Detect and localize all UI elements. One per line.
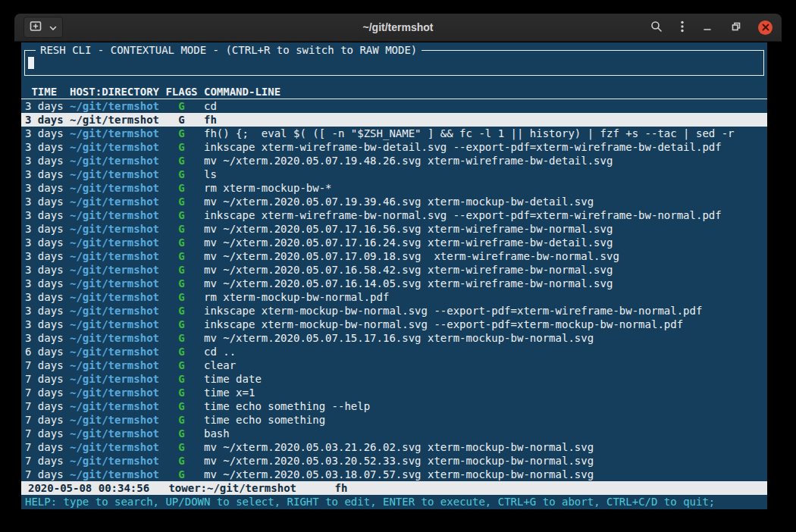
row-host-directory: ~/git/termshot [70,236,165,249]
terminal-content[interactable]: RESH CLI - CONTEXTUAL MODE - (CTRL+R to … [21,42,767,509]
kebab-menu-icon [681,20,684,35]
row-command: rm xterm-mockup-bw-* [204,181,767,195]
history-row: 3 days ~/git/termshot G mv ~/xterm.2020.… [21,222,767,236]
row-flags: G [165,195,204,208]
row-host-directory: ~/git/termshot [70,427,165,440]
row-host-directory: ~/git/termshot [70,304,165,318]
row-command: mv ~/xterm.2020.05.07.19.48.26.svg xterm… [204,154,767,167]
row-host-directory: ~/git/termshot [70,140,165,154]
row-time: 6 days [25,345,70,358]
history-row: 7 days ~/git/termshot G time echo someth… [21,399,767,413]
menu-button[interactable] [679,19,685,36]
row-command: mv ~/xterm.2020.05.07.17.16.56.svg xterm… [204,222,767,236]
row-time: 3 days [25,290,70,304]
row-host-directory: ~/git/termshot [70,113,165,127]
history-row: 3 days ~/git/termshot G fh [21,113,767,127]
row-command: bash [204,427,767,440]
header-flags: FLAGS [165,85,204,99]
row-flags: G [165,154,204,167]
row-command: inkscape xterm-mockup-bw-normal.svg --ex… [204,304,767,318]
row-flags: G [165,140,204,154]
row-time: 3 days [25,236,70,249]
status-timestamp: 2020-05-08 00:34:56 [28,481,168,495]
history-row: 3 days ~/git/termshot G mv ~/xterm.2020.… [21,249,767,263]
row-host-directory: ~/git/termshot [70,440,165,454]
history-row: 3 days ~/git/termshot G rm xterm-mockup-… [21,181,767,195]
restore-button[interactable] [729,20,743,36]
row-time: 3 days [25,277,70,290]
row-flags: G [165,358,204,372]
row-time: 3 days [25,208,70,222]
history-row: 3 days ~/git/termshot G mv ~/xterm.2020.… [21,154,767,167]
new-tab-button[interactable] [24,17,63,38]
row-flags: G [165,454,204,468]
row-time: 7 days [25,427,70,440]
row-flags: G [165,127,204,140]
row-host-directory: ~/git/termshot [70,127,165,140]
history-row: 7 days ~/git/termshot G time date [21,372,767,386]
row-command: time echo something --help [204,399,767,413]
history-row: 3 days ~/git/termshot G mv ~/xterm.2020.… [21,331,767,345]
row-time: 7 days [25,454,70,468]
row-flags: G [165,249,204,263]
row-time: 7 days [25,440,70,454]
row-time: 3 days [25,167,70,181]
help-line: HELP: type to search, UP/DOWN to select,… [21,495,767,509]
row-flags: G [165,318,204,331]
row-time: 3 days [25,222,70,236]
row-command: time x=1 [204,386,767,399]
history-row: 3 days ~/git/termshot G mv ~/xterm.2020.… [21,195,767,208]
row-host-directory: ~/git/termshot [70,195,165,208]
row-flags: G [165,345,204,358]
row-host-directory: ~/git/termshot [70,277,165,290]
row-flags: G [165,277,204,290]
close-button[interactable] [758,20,772,35]
row-command: mv ~/xterm.2020.05.07.19.39.46.svg xterm… [204,195,767,208]
row-time: 3 days [25,249,70,263]
history-row: 3 days ~/git/termshot G inkscape xterm-w… [21,140,767,154]
row-host-directory: ~/git/termshot [70,208,165,222]
row-command: ls [204,167,767,181]
history-row: 3 days ~/git/termshot G rm xterm-mockup-… [21,290,767,304]
search-button[interactable] [649,19,664,36]
row-host-directory: ~/git/termshot [70,372,165,386]
row-flags: G [165,399,204,413]
row-command: fh() {; eval $( ([ -n "$ZSH_NAME" ] && f… [204,127,767,140]
row-time: 7 days [25,468,70,481]
search-box-title: RESH CLI - CONTEXTUAL MODE - (CTRL+R to … [36,43,422,57]
row-host-directory: ~/git/termshot [70,222,165,236]
search-box[interactable]: RESH CLI - CONTEXTUAL MODE - (CTRL+R to … [24,50,764,76]
row-time: 3 days [25,195,70,208]
row-command: cd .. [204,345,767,358]
history-row: 3 days ~/git/termshot G mv ~/xterm.2020.… [21,277,767,290]
row-host-directory: ~/git/termshot [70,413,165,427]
row-host-directory: ~/git/termshot [70,318,165,331]
row-command: mv ~/xterm.2020.05.07.15.17.16.svg xterm… [204,331,767,345]
row-flags: G [165,331,204,345]
row-command: time date [204,372,767,386]
row-command: fh [204,113,767,127]
row-time: 3 days [25,318,70,331]
window-title: ~/git/termshot [363,21,434,33]
row-host-directory: ~/git/termshot [70,331,165,345]
row-host-directory: ~/git/termshot [70,167,165,181]
row-command: mv ~/xterm.2020.05.07.16.14.05.svg xterm… [204,277,767,290]
row-time: 7 days [25,386,70,399]
row-flags: G [165,99,204,113]
header-time: TIME [25,85,70,99]
terminal-body: RESH CLI - CONTEXTUAL MODE - (CTRL+R to … [14,42,782,518]
row-command: mv ~/xterm.2020.05.07.17.09.18.svg xterm… [204,249,767,263]
minimize-button[interactable] [700,20,714,36]
new-tab-icon [30,20,42,34]
row-time: 3 days [25,113,70,127]
history-row: 7 days ~/git/termshot G clear [21,358,767,372]
header-host-directory: HOST:DIRECTORY [70,85,165,99]
row-host-directory: ~/git/termshot [70,399,165,413]
restore-icon [731,21,741,34]
row-time: 3 days [25,263,70,277]
chevron-down-icon [49,22,57,33]
history-row: 3 days ~/git/termshot G ls [21,167,767,181]
history-row: 7 days ~/git/termshot G time echo someth… [21,413,767,427]
row-flags: G [165,372,204,386]
row-command: inkscape xterm-mockup-bw-normal.svg --ex… [204,318,767,331]
